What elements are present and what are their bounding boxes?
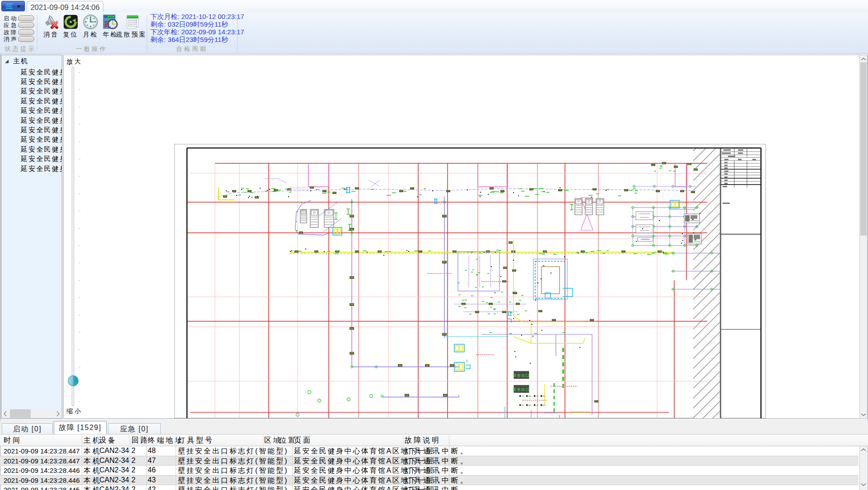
- svg-text:安全出口: 安全出口: [513, 374, 530, 378]
- svg-text:安全出口: 安全出口: [513, 388, 530, 392]
